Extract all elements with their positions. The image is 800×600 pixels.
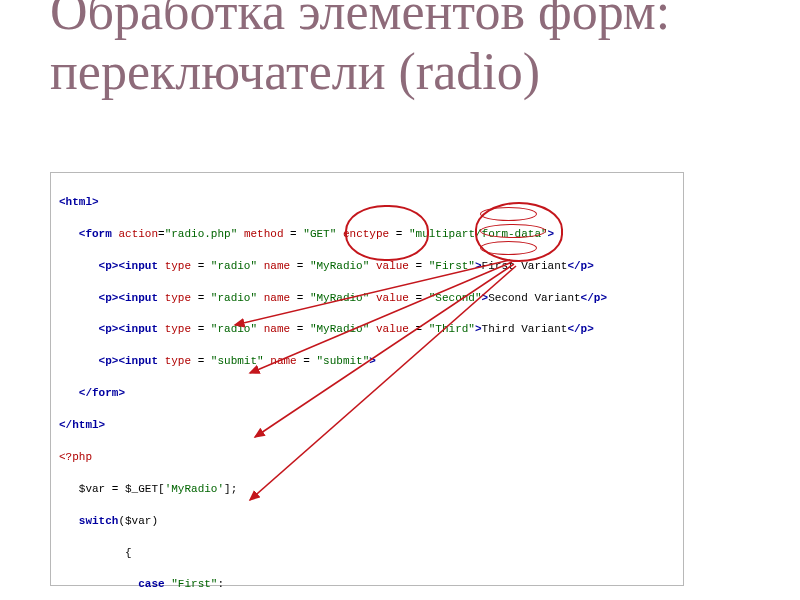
code-block: <html> <form action="radio.php" method =… bbox=[50, 172, 684, 586]
slide: Обработка элементов форм: переключатели … bbox=[0, 0, 800, 600]
slide-title: Обработка элементов форм: переключатели … bbox=[50, 0, 770, 102]
